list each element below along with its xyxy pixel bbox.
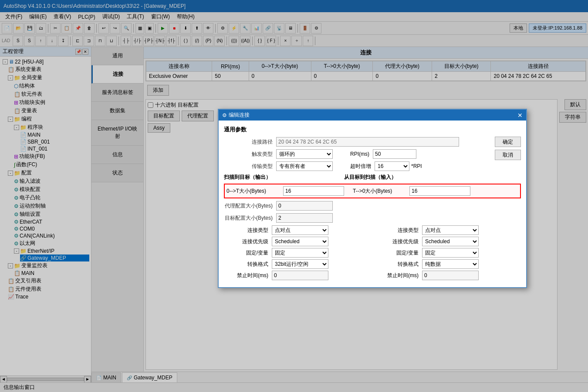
modal-overlay[interactable]: ⚙ 编辑连接 ✕ 通用参数 连接路径 触发类型 循环的 RPI(ms) <box>0 0 588 392</box>
trigger-label: 触发类型 <box>224 151 276 158</box>
modal-buttons: 确定 取消 <box>495 137 521 160</box>
transform-select[interactable]: 32bit运行/空闲 <box>272 259 328 269</box>
modal-section: 通用参数 <box>224 126 521 134</box>
conn-priority2-label: 连接优先级 <box>374 238 422 245</box>
conn-path-label: 连接路径 <box>224 138 276 146</box>
cancel-button[interactable]: 取消 <box>495 150 521 160</box>
scan-sections: 扫描到目标（输出） 从目标到扫描（输入） <box>224 174 521 181</box>
trigger-select[interactable]: 循环的 <box>276 149 333 159</box>
timeout-mult-label: 超时倍增 <box>350 163 371 170</box>
form-row-transform: 转换格式 32bit运行/空闲 <box>224 259 371 269</box>
modal-title: 编辑连接 <box>229 111 250 119</box>
inhibit-label: 禁止时间(ms) <box>224 272 272 279</box>
conn-settings-grid: 连接类型 点对点 连接优先级 Scheduled 固定/变量 <box>224 225 521 282</box>
modal-dialog: ⚙ 编辑连接 ✕ 通用参数 连接路径 触发类型 循环的 RPI(ms) <box>218 109 527 288</box>
fixed-var2-label: 固定/变量 <box>374 249 422 257</box>
form-row-fixedvar2: 固定/变量 固定 <box>374 248 521 258</box>
rpi-input[interactable] <box>373 149 416 159</box>
timeout-mult-select[interactable]: 16 <box>375 161 409 171</box>
form-row-inhibit: 禁止时间(ms) <box>224 271 371 280</box>
conn-path-input[interactable] <box>276 137 459 147</box>
form-row-priority2: 连接优先级 Scheduled <box>374 237 521 246</box>
modal-icon: ⚙ <box>222 112 227 118</box>
timeout-unit: *RPI <box>411 163 422 169</box>
inhibit2-input[interactable] <box>422 271 479 280</box>
form-row-conntype: 连接类型 点对点 <box>224 225 371 235</box>
inhibit-input[interactable] <box>272 271 328 280</box>
size-highlight-row: 0-->T大小(Bytes) T-->0大小(Bytes) <box>224 184 521 198</box>
ok-button[interactable]: 确定 <box>495 137 521 147</box>
fixed-var2-select[interactable]: 固定 <box>422 248 479 258</box>
conn-type-select[interactable]: 点对点 <box>272 225 328 235</box>
modal-close-btn[interactable]: ✕ <box>517 112 523 119</box>
fixed-var-label: 固定/变量 <box>224 249 272 257</box>
form-row-inhibit2: 禁止时间(ms) <box>374 271 521 280</box>
form-row-transport: 传输类型 专有所有者 超时倍增 16 *RPI <box>224 161 521 171</box>
transport-label: 传输类型 <box>224 163 276 170</box>
proxy-config-label: 代理配置大小(Bytes) <box>224 202 276 210</box>
inhibit2-label: 禁止时间(ms) <box>374 272 422 279</box>
fixed-var-select[interactable]: 固定 <box>272 248 328 258</box>
modal-titlebar: ⚙ 编辑连接 ✕ <box>219 110 526 121</box>
scan-input-title: 从目标到扫描（输入） <box>344 174 396 181</box>
ot-size-label: 0-->T大小(Bytes) <box>226 188 283 195</box>
transform2-label: 转换格式 <box>374 261 422 268</box>
transform2-select[interactable]: 纯数据 <box>422 259 479 269</box>
rpi-label: RPI(ms) <box>350 151 369 157</box>
target-config-label: 目标配置大小(Bytes) <box>224 214 276 222</box>
form-row-path: 连接路径 <box>224 137 521 147</box>
form-row-conntype2: 连接类型 点对点 <box>374 225 521 235</box>
form-row-proxy: 代理配置大小(Bytes) <box>224 201 521 211</box>
to-size-label: T-->0大小(Bytes) <box>353 188 409 195</box>
conn-type2-label: 连接类型 <box>374 227 422 234</box>
conn-priority-select[interactable]: Scheduled <box>272 237 328 246</box>
ot-size-input[interactable] <box>283 186 344 196</box>
right-col: 连接类型 点对点 连接优先级 Scheduled 固定/变量 <box>374 225 521 282</box>
target-config-input[interactable] <box>276 213 333 223</box>
proxy-config-input[interactable] <box>276 201 333 211</box>
form-row-transform2: 转换格式 纯数据 <box>374 259 521 269</box>
conn-priority2-select[interactable]: Scheduled <box>422 237 479 246</box>
modal-body: 通用参数 连接路径 触发类型 循环的 RPI(ms) 传输类型 <box>219 121 526 287</box>
left-col: 连接类型 点对点 连接优先级 Scheduled 固定/变量 <box>224 225 371 282</box>
scan-output-title: 扫描到目标（输出） <box>224 174 271 181</box>
form-row-trigger: 触发类型 循环的 RPI(ms) <box>224 149 521 159</box>
conn-type-label: 连接类型 <box>224 227 272 234</box>
conn-type2-select[interactable]: 点对点 <box>422 225 479 235</box>
form-row-fixedvar: 固定/变量 固定 <box>224 248 371 258</box>
transport-select[interactable]: 专有所有者 <box>276 161 333 171</box>
form-row-priority: 连接优先级 Scheduled <box>224 237 371 246</box>
form-row-target: 目标配置大小(Bytes) <box>224 213 521 223</box>
conn-priority-label: 连接优先级 <box>224 238 272 245</box>
to-size-input[interactable] <box>409 186 470 196</box>
transform-label: 转换格式 <box>224 261 272 268</box>
